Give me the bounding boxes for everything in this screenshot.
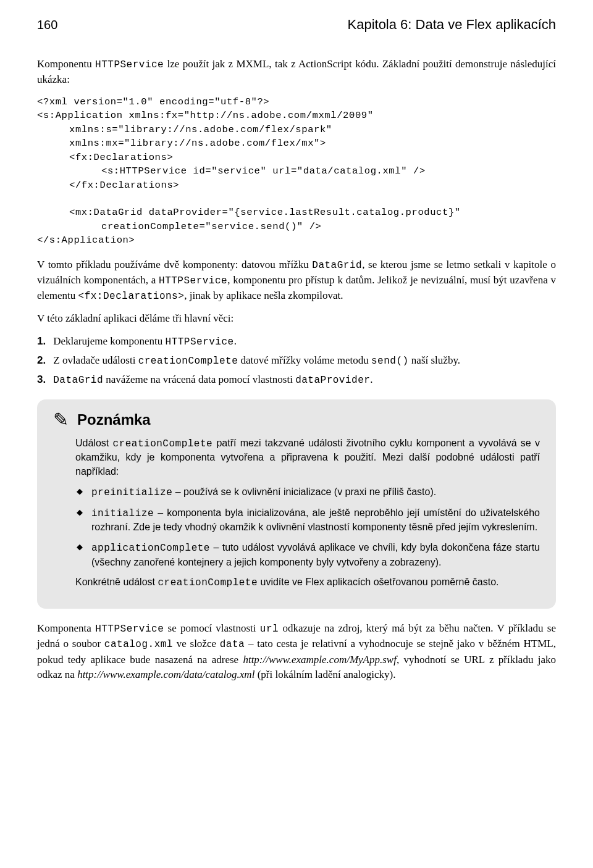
code-line: xmlns:s="library://ns.adobe.com/flex/spa… [37, 123, 556, 136]
text: naší služby. [409, 354, 460, 366]
text: Deklarujeme komponentu [53, 335, 165, 347]
note-bullet-2: initialize – komponenta byla inicializov… [75, 506, 540, 535]
note-paragraph-2: Konkrétně událost creationComplete uvidí… [75, 575, 540, 590]
code-fxdeclarations: <fx:Declarations> [78, 291, 185, 302]
code-line: creationComplete="service.send()" /> [37, 220, 556, 233]
code-line: xmlns:mx="library://ns.adobe.com/flex/mx… [37, 136, 556, 150]
code-line: <?xml version="1.0" encoding="utf-8"?> [37, 96, 269, 107]
text: se pomocí vlastnosti [164, 622, 260, 634]
note-header: ✎ Poznámka [53, 409, 540, 430]
text: Konkrétně událost [75, 577, 158, 587]
code-line: <fx:Declarations> [37, 151, 556, 164]
text: ve složce [173, 638, 220, 649]
text: Z ovladače události [53, 354, 138, 366]
text: V tomto příkladu používáme dvě komponent… [37, 259, 312, 270]
page-number: 160 [37, 16, 57, 34]
ordered-item-3: 3. DataGrid navážeme na vrácená data pom… [37, 372, 556, 388]
list-number: 2. [37, 353, 51, 369]
note-body: Událost creationComplete patří mezi takz… [53, 436, 540, 590]
code-line: <s:HTTPService id="service" url="data/ca… [37, 164, 556, 178]
code-preinitialize: preinitialize [91, 487, 172, 498]
note-paragraph-1: Událost creationComplete patří mezi takz… [75, 436, 540, 479]
code-datagrid: DataGrid [53, 375, 103, 386]
note-box: ✎ Poznámka Událost creationComplete patř… [37, 399, 556, 609]
text: (při lokálním ladění analogicky). [254, 669, 395, 680]
text: navážeme na vrácená data pomocí vlastnos… [103, 373, 295, 385]
paragraph-2: V tomto příkladu používáme dvě komponent… [37, 257, 556, 304]
intro-paragraph: Komponentu HTTPService lze použít jak z … [37, 57, 556, 88]
code-line: </s:Application> [37, 235, 135, 246]
paragraph-3: V této základní aplikaci děláme tři hlav… [37, 311, 556, 327]
url-example-2: http://www.example.com/data/catalog.xml [77, 669, 254, 680]
page-header: 160 Kapitola 6: Data ve Flex aplikacích [37, 15, 556, 35]
code-initialize: initialize [91, 508, 154, 519]
code-creationcomplete: creationComplete [158, 577, 258, 588]
code-send: send() [371, 356, 409, 367]
code-httpservice: HTTPService [159, 275, 227, 286]
note-title: Poznámka [77, 409, 151, 430]
code-data: data [220, 639, 245, 650]
text: Komponentu [37, 58, 95, 70]
note-bullet-1: preinitialize – používá se k ovlivnění i… [75, 485, 540, 500]
code-url: url [260, 624, 279, 635]
paragraph-4: Komponenta HTTPService se pomocí vlastno… [37, 621, 556, 683]
code-datagrid: DataGrid [312, 260, 362, 271]
pencil-icon: ✎ [53, 411, 69, 429]
list-number: 1. [37, 334, 51, 349]
code-creationcomplete: creationComplete [138, 356, 238, 367]
ordered-item-1: 1. Deklarujeme komponentu HTTPService. [37, 334, 556, 349]
text: Událost [75, 438, 113, 448]
text: – používá se k ovlivnění inicializace (v… [172, 486, 436, 497]
text: Komponenta [37, 622, 95, 634]
code-line: </fx:Declarations> [37, 178, 556, 192]
chapter-title: Kapitola 6: Data ve Flex aplikacích [347, 15, 556, 35]
note-bullet-list: preinitialize – používá se k ovlivnění i… [75, 485, 540, 570]
code-applicationcomplete: applicationComplete [91, 543, 210, 554]
code-catalogxml: catalog.xml [104, 639, 173, 650]
code-httpservice: HTTPService [95, 624, 164, 635]
list-number: 3. [37, 372, 51, 388]
text: . [234, 335, 237, 347]
code-httpservice: HTTPService [95, 59, 164, 70]
ordered-item-2: 2. Z ovladače události creationComplete … [37, 353, 556, 369]
code-dataprovider: dataProvider [295, 375, 370, 386]
code-block-mxml: <?xml version="1.0" encoding="utf-8"?> <… [37, 95, 556, 248]
text: , jinak by aplikace nešla zkompilovat. [184, 290, 343, 301]
text: . [370, 373, 372, 385]
text: datové mřížky voláme metodu [238, 354, 371, 366]
note-bullet-3: applicationComplete – tuto událost vyvol… [75, 541, 540, 569]
url-example-1: http://www.example.com/MyApp.swf [243, 654, 397, 666]
code-httpservice: HTTPService [166, 336, 234, 348]
code-creationcomplete: creationComplete [113, 438, 213, 449]
code-line: <s:Application xmlns:fx="http://ns.adobe… [37, 110, 374, 121]
text: – komponenta byla inicializována, ale je… [91, 507, 540, 533]
code-line: <mx:DataGrid dataProvider="{service.last… [37, 206, 556, 219]
text: uvidíte ve Flex aplikacích ošetřovanou p… [258, 577, 498, 587]
